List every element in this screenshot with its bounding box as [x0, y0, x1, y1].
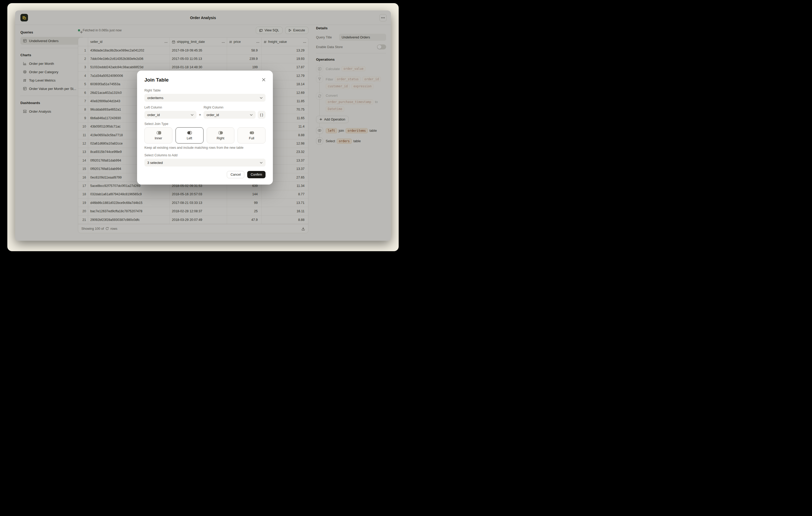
- join-table-modal: Join Table Right Table orderitems Left C…: [137, 70, 273, 185]
- left-column-label: Left Column: [144, 105, 197, 109]
- join-type-right[interactable]: Right: [207, 127, 235, 144]
- inner-join-icon: [155, 131, 161, 135]
- right-join-icon: [218, 131, 224, 135]
- confirm-button[interactable]: Confirm: [247, 171, 265, 178]
- left-column-select[interactable]: order_id: [144, 111, 197, 119]
- right-table-select[interactable]: orderitems: [144, 94, 265, 102]
- right-column-select[interactable]: order_id: [204, 111, 256, 119]
- right-table-label: Right Table: [144, 89, 265, 92]
- expression-braces-button[interactable]: { }: [258, 111, 265, 119]
- right-column-value: order_id: [206, 113, 219, 117]
- columns-to-add-label: Select Columns to Add: [144, 153, 265, 157]
- join-type-options: Inner Left Right Full: [144, 127, 265, 144]
- right-table-value: orderitems: [147, 96, 163, 100]
- join-type-label-text: Full: [249, 136, 254, 140]
- left-join-icon: [186, 131, 192, 135]
- chevron-down-icon: [260, 97, 263, 99]
- left-column-value: order_id: [147, 113, 160, 117]
- chevron-down-icon: [250, 114, 253, 116]
- chevron-down-icon: [191, 114, 194, 116]
- join-type-full[interactable]: Full: [237, 127, 265, 144]
- join-type-label-text: Right: [216, 136, 224, 140]
- equals-sign: =: [199, 113, 202, 119]
- columns-to-add-select[interactable]: 3 selected: [144, 159, 265, 166]
- chevron-down-icon: [260, 162, 263, 164]
- join-type-label: Select Join Type: [144, 122, 265, 126]
- join-type-label-text: Left: [187, 136, 192, 140]
- join-type-label-text: Inner: [154, 136, 162, 140]
- right-column-label: Right Column: [204, 105, 256, 109]
- close-icon[interactable]: [262, 77, 265, 82]
- join-type-left[interactable]: Left: [176, 127, 204, 144]
- modal-title: Join Table: [144, 77, 169, 83]
- cancel-button[interactable]: Cancel: [227, 171, 244, 178]
- full-join-icon: [249, 131, 255, 135]
- join-type-description: Keep all existing rows and include match…: [144, 146, 265, 150]
- join-type-inner[interactable]: Inner: [144, 127, 172, 144]
- columns-to-add-value: 3 selected: [147, 161, 163, 165]
